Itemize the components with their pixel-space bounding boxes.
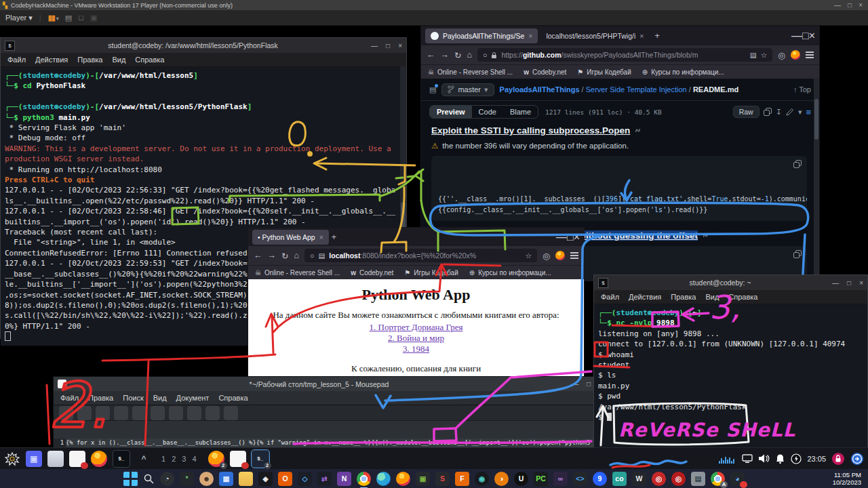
edit-dropdown-icon[interactable]: ▾ bbox=[798, 108, 802, 117]
branch-selector[interactable]: master▾ bbox=[441, 83, 494, 96]
co-app[interactable]: co bbox=[612, 472, 627, 486]
menu-view[interactable]: Вид bbox=[153, 394, 167, 402]
link-icon[interactable] bbox=[634, 127, 642, 134]
tracking-shield-icon[interactable]: ○ bbox=[310, 251, 314, 260]
printer-app[interactable]: ▤ bbox=[691, 472, 705, 486]
book-link-1[interactable]: 1. Портрет Дориана Грея bbox=[370, 322, 463, 332]
new-tab-button[interactable]: + bbox=[332, 232, 336, 242]
bookmark-star-icon[interactable]: ☆ bbox=[526, 251, 532, 260]
toolbar-button[interactable] bbox=[169, 406, 183, 420]
portrait-app[interactable]: ☻ bbox=[199, 472, 214, 486]
github-urlbar[interactable]: ○ https://github.com/swisskyrepo/Payload… bbox=[477, 48, 772, 62]
menu-hamburger-icon[interactable] bbox=[570, 252, 578, 259]
forward-icon[interactable]: → bbox=[268, 251, 277, 260]
bookmark-courses[interactable]: ⊕Курсы по информаци... bbox=[642, 68, 724, 76]
file-manager[interactable]: ▣ bbox=[26, 451, 42, 467]
menu-actions[interactable]: Действия bbox=[35, 56, 68, 64]
minimize-icon[interactable]: — bbox=[791, 30, 802, 41]
bookmark-reverse-shell[interactable]: ☠Online - Reverse Shell ... bbox=[428, 68, 513, 76]
webapp-window-controls[interactable]: —□× bbox=[556, 231, 580, 243]
file-explorer[interactable] bbox=[239, 472, 253, 486]
f-app[interactable]: F bbox=[455, 472, 469, 486]
bookmark-codeby[interactable]: wCodeby.net bbox=[524, 68, 566, 76]
maximize-icon[interactable]: □ bbox=[802, 30, 809, 41]
close-tab-icon[interactable]: × bbox=[528, 32, 532, 40]
maximize-icon[interactable]: □ bbox=[567, 231, 574, 243]
terminal2-window-controls[interactable]: —□× bbox=[832, 279, 863, 287]
tab-preview[interactable]: Preview bbox=[430, 106, 472, 118]
folder[interactable] bbox=[47, 451, 64, 467]
toolbar-button[interactable] bbox=[59, 406, 73, 420]
toolbar-button[interactable] bbox=[96, 406, 110, 420]
menu-edit[interactable]: Правка bbox=[88, 394, 113, 402]
tab-python-web-app[interactable]: • Python Web App × bbox=[252, 230, 329, 245]
close-icon[interactable]: × bbox=[398, 42, 402, 49]
unreal-app[interactable]: U bbox=[514, 472, 528, 486]
close-icon[interactable]: × bbox=[859, 1, 863, 9]
fullscreen-icon[interactable]: □ bbox=[79, 14, 83, 22]
chrome-browser[interactable] bbox=[357, 472, 371, 486]
breadcrumb-folder[interactable]: Server Side Template Injection bbox=[586, 85, 687, 94]
wasp-app[interactable]: W bbox=[632, 472, 646, 486]
menu-file[interactable]: Файл bbox=[7, 56, 26, 64]
menu-actions[interactable]: Действия bbox=[629, 293, 661, 301]
bookmark-games[interactable]: ⚑Игры Кодебай bbox=[404, 269, 458, 277]
copy-icon[interactable] bbox=[764, 108, 772, 116]
link-icon[interactable] bbox=[702, 232, 709, 239]
menu-help[interactable]: Справка bbox=[135, 56, 164, 64]
workspace-switcher[interactable]: 1 2 3 4 bbox=[161, 455, 199, 463]
menu-view[interactable]: Вид bbox=[705, 293, 719, 301]
green-square-app[interactable]: ▣ bbox=[416, 472, 430, 486]
edge-browser[interactable] bbox=[376, 472, 391, 486]
toolbar-button[interactable] bbox=[205, 406, 220, 420]
menu-help[interactable]: Справка bbox=[218, 394, 248, 402]
breadcrumb-repo[interactable]: PayloadsAllTheThings bbox=[500, 85, 580, 94]
new-tab-button[interactable]: + bbox=[654, 31, 659, 41]
network-graph-icon[interactable] bbox=[719, 454, 736, 464]
visual-studio-app[interactable]: ∞ bbox=[553, 472, 568, 486]
menu-help[interactable]: Справка bbox=[728, 293, 757, 301]
minimize-icon[interactable]: — bbox=[834, 1, 841, 9]
toolbar-button[interactable] bbox=[187, 406, 201, 420]
mousepad-titlebar[interactable]: *~/Рабочий стол/tmp_lesson_5 - Mousepad … bbox=[54, 377, 595, 391]
toolbar-button[interactable] bbox=[77, 406, 92, 420]
pocket-shield-icon[interactable]: ◎ bbox=[778, 50, 785, 60]
reload-icon[interactable]: ↻ bbox=[454, 50, 461, 60]
copy-icon[interactable] bbox=[793, 250, 802, 258]
pycharm-app[interactable]: PC bbox=[534, 472, 548, 486]
back-icon[interactable]: ← bbox=[427, 50, 435, 60]
onenote-app[interactable]: N bbox=[337, 472, 351, 486]
shield-app[interactable]: ◇ bbox=[298, 472, 312, 486]
copy-icon[interactable] bbox=[793, 160, 802, 168]
close-tab-icon[interactable]: × bbox=[319, 233, 323, 241]
home-icon[interactable]: ⌂ bbox=[467, 50, 472, 60]
start-button[interactable] bbox=[123, 472, 138, 486]
vscode-app[interactable]: <> bbox=[573, 472, 587, 486]
tracking-shield-icon[interactable]: ○ bbox=[483, 51, 487, 59]
file-tree-icon[interactable]: ▤ bbox=[429, 85, 436, 94]
bookmark-reverse-shell[interactable]: ☠Online - Reverse Shell ... bbox=[255, 269, 340, 277]
github-window-controls[interactable]: —□× bbox=[791, 30, 815, 42]
pause-button[interactable]: ▮▮ ▾ bbox=[48, 14, 58, 22]
maximize-icon[interactable]: □ bbox=[386, 42, 390, 49]
notification-bell-icon[interactable] bbox=[775, 453, 785, 464]
terminal-launcher[interactable]: $_ bbox=[113, 450, 130, 468]
mousepad-window-controls[interactable]: —□ bbox=[572, 380, 591, 388]
home-icon[interactable]: ⌂ bbox=[294, 251, 299, 260]
toolbar-button[interactable] bbox=[132, 406, 146, 420]
close-icon[interactable]: × bbox=[574, 231, 580, 243]
ctrl-alt-del-icon[interactable]: ▤ bbox=[65, 14, 72, 22]
menu-view[interactable]: Вид bbox=[112, 56, 125, 64]
reload-icon[interactable]: ↻ bbox=[281, 251, 288, 261]
chrome-profile[interactable]: A bbox=[711, 472, 725, 486]
maximize-icon[interactable]: □ bbox=[847, 279, 851, 287]
s-app[interactable]: S bbox=[435, 472, 450, 486]
toolbar-button[interactable] bbox=[114, 406, 128, 420]
back-icon[interactable]: ← bbox=[254, 251, 262, 260]
vmware-window-controls[interactable]: —□× bbox=[834, 1, 863, 9]
mousepad-editor[interactable]: 1{% for x in ().__class__.__base__.__sub… bbox=[54, 421, 595, 448]
firefox-launcher[interactable] bbox=[91, 451, 107, 467]
download-icon[interactable]: ↧ bbox=[776, 108, 782, 117]
kali-menu-icon[interactable] bbox=[4, 451, 20, 467]
arrows-app[interactable]: ⇄ bbox=[317, 472, 332, 486]
